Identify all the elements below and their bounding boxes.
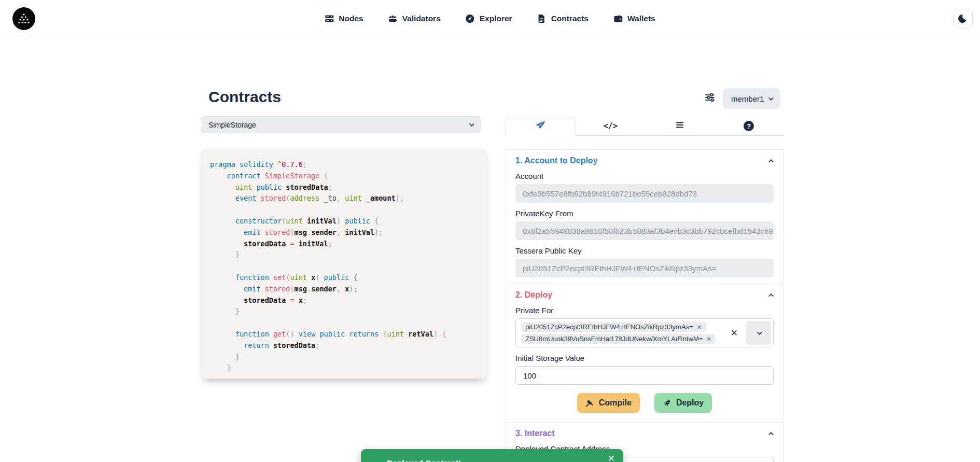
toast-close-icon[interactable]: ✕	[608, 453, 615, 462]
section-1-title: 1. Account to Deploy	[515, 156, 598, 165]
deploy-actions: Compile Deploy	[515, 393, 774, 413]
chevron-up-icon	[768, 431, 774, 437]
hammer-icon	[585, 399, 594, 408]
nav-item-wallets[interactable]: Wallets	[613, 14, 655, 23]
nav-item-explorer[interactable]: Explorer	[466, 14, 512, 23]
page-title: Contracts	[208, 88, 281, 106]
top-navbar: Nodes Validators Explorer Contracts Wall…	[0, 0, 980, 37]
section-2-header[interactable]: 2. Deploy	[515, 290, 774, 300]
chevron-down-icon	[469, 121, 474, 127]
chip-remove-icon[interactable]: ✕	[706, 335, 711, 343]
nav-item-validators[interactable]: Validators	[388, 14, 441, 23]
chevron-up-icon	[768, 293, 774, 298]
initial-storage-label: Initial Storage Value	[515, 354, 774, 362]
theme-toggle-button[interactable]	[953, 9, 973, 29]
privatekey-input[interactable]: 0x8f2a55949038a9610f50fb23b5883af3b4ecb3…	[515, 221, 774, 240]
private-for-label: Private For	[515, 306, 774, 315]
deploy-panel: </> ? 1. Account to Deploy Account 0xfe3…	[506, 117, 783, 462]
nav-item-nodes[interactable]: Nodes	[325, 14, 363, 23]
tessera-input[interactable]: piU2051ZcP2ecpt3REthHJFW4+tENOsZikRpz33y…	[515, 259, 774, 277]
wallet-icon	[613, 14, 623, 23]
question-icon: ?	[744, 121, 754, 131]
sliders-icon[interactable]	[704, 92, 716, 105]
private-for-dropdown-toggle[interactable]	[746, 321, 771, 345]
member-selector[interactable]: member1	[723, 88, 780, 109]
section-3-title: 3. Interact	[515, 429, 555, 438]
nav-item-contracts[interactable]: Contracts	[537, 14, 589, 23]
section-account-to-deploy: 1. Account to Deploy Account 0xfe3b557e8…	[506, 149, 783, 284]
contract-source-code: pragma solidity ^0.7.6; contract SimpleS…	[201, 149, 487, 379]
section-deploy: 2. Deploy Private For piU2051ZcP2ecpt3RE…	[506, 284, 783, 422]
chip-label: ZSU8mUuok39VuSnsFmHal178JdUNekw/XmYLArRn…	[525, 335, 703, 343]
tab-code[interactable]: </>	[576, 117, 646, 136]
private-for-chips: piU2051ZcP2ecpt3REthHJFW4+tENOsZikRpz33y…	[516, 319, 724, 347]
server-icon	[325, 14, 334, 23]
users-icon	[388, 14, 398, 23]
compile-button-label: Compile	[599, 398, 632, 408]
contract-select-value: SimpleStorage	[208, 121, 256, 129]
tessera-value: piU2051ZcP2ecpt3REthHJFW4+tENOsZikRpz33y…	[523, 264, 716, 273]
nav-item-label: Nodes	[339, 14, 363, 23]
logo-dots-icon	[17, 13, 31, 24]
chevron-down-icon	[757, 330, 762, 335]
privatekey-value: 0x8f2a55949038a9610f50fb23b5883af3b4ecb3…	[523, 227, 773, 235]
chip-remove-icon[interactable]: ✕	[697, 324, 702, 331]
private-for-multiselect[interactable]: piU2051ZcP2ecpt3REthHJFW4+tENOsZikRpz33y…	[515, 318, 774, 347]
account-label: Account	[515, 172, 774, 180]
chevron-up-icon	[768, 159, 774, 164]
chip-label: piU2051ZcP2ecpt3REthHJFW4+tENOsZikRpz33y…	[525, 323, 693, 331]
panel-tabs: </> ?	[506, 117, 783, 136]
tab-help[interactable]: ?	[715, 117, 784, 136]
account-input[interactable]: 0xfe3b557e8fb62b89f4916b721be55ceb828dbd…	[515, 184, 774, 203]
main-nav: Nodes Validators Explorer Contracts Wall…	[325, 0, 655, 37]
tessera-label: Tessera Public Key	[515, 246, 774, 255]
rocket-icon	[663, 399, 671, 408]
section-3-header[interactable]: 3. Interact	[515, 429, 774, 438]
nav-item-label: Explorer	[480, 14, 512, 23]
nav-item-label: Wallets	[627, 14, 655, 23]
moon-icon	[958, 13, 968, 24]
list-icon	[675, 120, 684, 132]
private-for-chip: ZSU8mUuok39VuSnsFmHal178JdUNekw/XmYLArRn…	[521, 334, 716, 344]
initial-storage-value: 100	[523, 371, 536, 380]
chevron-down-icon	[768, 95, 774, 101]
paper-plane-icon	[536, 120, 545, 132]
deploy-accordion: 1. Account to Deploy Account 0xfe3b557e8…	[506, 149, 783, 462]
nav-item-label: Contracts	[551, 14, 589, 23]
toast-title: Deployed Contract!	[387, 458, 461, 462]
deploy-button-label: Deploy	[676, 398, 704, 408]
initial-storage-input[interactable]: 100	[515, 366, 774, 385]
privatekey-label: PrivateKey From	[515, 209, 774, 218]
tab-logs[interactable]	[645, 117, 715, 136]
header-controls: member1	[704, 88, 780, 109]
private-for-chip: piU2051ZcP2ecpt3REthHJFW4+tENOsZikRpz33y…	[521, 322, 706, 332]
contract-select[interactable]: SimpleStorage	[201, 116, 481, 133]
app-logo[interactable]	[12, 7, 35, 30]
section-1-header[interactable]: 1. Account to Deploy	[515, 156, 774, 165]
member-selector-label: member1	[731, 94, 764, 103]
account-value: 0xfe3b557e8fb62b89f4916b721be55ceb828dbd…	[523, 189, 697, 198]
compass-icon	[466, 14, 475, 23]
file-contract-icon	[537, 14, 547, 23]
nav-item-label: Validators	[402, 14, 441, 23]
tab-deploy[interactable]	[506, 117, 576, 136]
contracts-page: Contracts member1 SimpleStorage pragma s…	[0, 37, 980, 462]
deploy-success-toast: ✓ Deployed Contract! The contract was su…	[361, 449, 623, 462]
deploy-button[interactable]: Deploy	[654, 393, 712, 413]
clear-all-icon[interactable]: ✕	[724, 328, 744, 339]
code-icon: </>	[604, 121, 618, 131]
compile-button[interactable]: Compile	[577, 393, 640, 413]
section-2-title: 2. Deploy	[515, 290, 552, 300]
